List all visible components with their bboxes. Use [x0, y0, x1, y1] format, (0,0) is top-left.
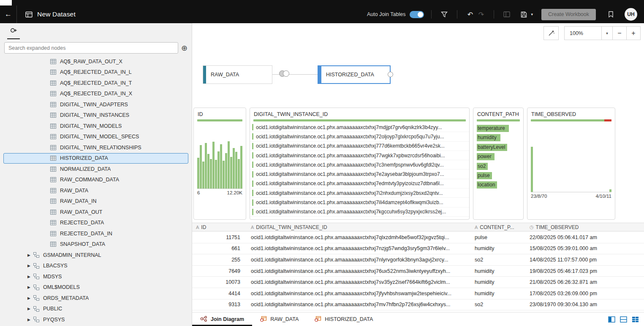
value-row[interactable]: temperature	[473, 124, 523, 133]
chevron-right-icon[interactable]: ▶	[27, 318, 33, 322]
value-row[interactable]: ocid1.iotdigitaltwininstance.oc1.phx.ama…	[250, 142, 469, 151]
value-row[interactable]: ocid1.iotdigitaltwininstance.oc1.phx.ama…	[250, 207, 469, 217]
sidebar-item-table[interactable]: REJECTED_DATA_IN	[3, 228, 188, 239]
auto-layout-button[interactable]	[543, 26, 559, 40]
quality-card-id[interactable]: ID 6 12.20K	[193, 108, 246, 220]
sidebar-item-table[interactable]: AQ$_REJECTED_DATA_IN_X	[3, 89, 188, 100]
value-row[interactable]: humidity	[473, 133, 523, 142]
chevron-right-icon[interactable]: ▶	[27, 253, 33, 257]
column-header-id[interactable]: A ID	[192, 224, 247, 230]
bookmark-icon[interactable]	[605, 11, 616, 18]
column-header-time-observed[interactable]: ◷ TIME_OBSERVED	[526, 224, 644, 230]
tab-connections[interactable]	[7, 23, 20, 39]
diagram-node-raw-data[interactable]: RAW_DATA	[203, 65, 272, 84]
histogram-bar	[240, 146, 242, 189]
avatar[interactable]: UH	[625, 8, 637, 21]
value-row[interactable]: ocid1.iotdigitaltwininstance.oc1.phx.ama…	[250, 123, 469, 132]
value-row[interactable]: ocid1.iotdigitaltwininstance.oc1.phx.ama…	[250, 179, 469, 189]
back-button[interactable]: ←	[0, 5, 17, 23]
sidebar-item-schema[interactable]: ▶ PYQSYS	[3, 314, 188, 325]
redo-icon[interactable]: ↷	[476, 11, 486, 19]
value-row[interactable]: ocid1.iotdigitaltwininstance.oc1.phx.ama…	[250, 160, 469, 170]
value-row[interactable]: ocid1.iotdigitaltwininstance.oc1.phx.ama…	[250, 132, 469, 141]
sidebar-item-table[interactable]: RAW_COMMAND_DATA	[3, 175, 188, 186]
chevron-right-icon[interactable]: ▶	[27, 307, 33, 311]
table-name: DIGITAL_TWIN_ADAPTERS	[60, 102, 128, 108]
sidebar-item-schema[interactable]: ▶ OML$MODELS	[3, 282, 188, 293]
save-icon[interactable]	[518, 11, 529, 18]
search-input[interactable]	[4, 42, 178, 54]
cell-instance-id: ocid1.iotdigitaltwininstance.oc1.phx.ama…	[247, 234, 471, 240]
chevron-right-icon[interactable]: ▶	[27, 296, 33, 300]
sidebar-item-schema[interactable]: ▶ MDSYS	[3, 271, 188, 282]
value-row[interactable]: pulse	[473, 171, 523, 180]
quality-bar[interactable]	[477, 119, 520, 121]
sidebar-item-table[interactable]: RAW_DATA_OUT	[3, 207, 188, 218]
quality-card-content-path[interactable]: CONTENT_PATH temperature humidity	[473, 108, 524, 220]
filter-icon[interactable]	[439, 11, 450, 18]
value-row[interactable]: power	[473, 152, 523, 161]
column-header-content-path[interactable]: A CONTENT_P...	[471, 224, 526, 230]
value-row[interactable]: ocid1.iotdigitaltwininstance.oc1.phx.ama…	[250, 189, 469, 198]
table-row[interactable]: 9313 ocid1.iotdigitaltwininstance.oc1.ph…	[192, 299, 644, 311]
quality-bar[interactable]	[531, 119, 611, 121]
sidebar-item-schema[interactable]: ▶ ORDS_METADATA	[3, 293, 188, 304]
table-row[interactable]: 4414 ocid1.iotdigitaltwininstance.oc1.ph…	[192, 288, 644, 299]
sidebar-item-table[interactable]: DIGITAL_TWIN_INSTANCES	[3, 110, 188, 121]
sidebar-item-table[interactable]: DIGITAL_TWIN_ADAPTERS	[3, 99, 188, 110]
zoom-out-button[interactable]: −	[612, 26, 627, 40]
sidebar-item-table[interactable]: RAW_DATA_IN	[3, 196, 188, 207]
chevron-right-icon[interactable]: ▶	[27, 264, 33, 268]
auto-join-toggle[interactable]	[410, 11, 424, 18]
sidebar-item-table[interactable]: DIGITAL_TWIN_MODEL_SPECS	[3, 132, 188, 143]
grid-view-icon[interactable]	[632, 316, 639, 323]
table-row[interactable]: 7649 ocid1.iotdigitaltwininstance.oc1.ph…	[192, 266, 644, 277]
zoom-select[interactable]: 100% ▾	[564, 26, 613, 40]
diagram-node-historized-data[interactable]: HISTORIZED_DATA	[318, 65, 391, 84]
quality-bar[interactable]	[197, 119, 242, 121]
sidebar-item-table[interactable]: DIGITAL_TWIN_MODELS	[3, 121, 188, 132]
table-row[interactable]: 255 ocid1.iotdigitaltwininstance.oc1.phx…	[192, 254, 644, 266]
undo-icon[interactable]: ↶	[465, 11, 476, 19]
expand-all-button[interactable]: ⊕	[181, 44, 187, 52]
sidebar-item-schema[interactable]: ▶ PUBLIC	[3, 304, 188, 315]
sidebar-item-schema[interactable]: ▶ GSMADMIN_INTERNAL	[3, 250, 188, 261]
chevron-right-icon[interactable]: ▶	[27, 285, 33, 289]
join-type-icon[interactable]	[279, 70, 289, 77]
tab-raw-data[interactable]: RAW_DATA	[252, 313, 307, 326]
tab-join-diagram[interactable]: Join Diagram	[192, 313, 252, 326]
table-row[interactable]: 11751 ocid1.iotdigitaltwininstance.oc1.p…	[192, 232, 644, 243]
sidebar-item-table[interactable]: DIGITAL_TWIN_RELATIONSHIPS	[3, 142, 188, 153]
value-row[interactable]: location	[473, 180, 523, 189]
value-row[interactable]: ocid1.iotdigitaltwininstance.oc1.phx.ama…	[250, 151, 469, 160]
value-row[interactable]: batteryLevel	[473, 143, 523, 152]
split-horizontal-view-icon[interactable]	[620, 316, 627, 323]
split-vertical-view-icon[interactable]	[608, 316, 615, 323]
value-row[interactable]: so2	[473, 162, 523, 171]
chevron-right-icon[interactable]: ▶	[27, 275, 33, 279]
quality-card-instance-id[interactable]: DIGITAL_TWIN_INSTANCE_ID ocid1.iotdigita…	[250, 108, 470, 220]
sidebar-item-table[interactable]: AQ$_REJECTED_DATA_IN_T	[3, 78, 188, 89]
value-row[interactable]: ocid1.iotdigitaltwininstance.oc1.phx.ama…	[250, 198, 469, 207]
quality-bar[interactable]	[253, 119, 466, 121]
zoom-in-button[interactable]: +	[626, 26, 641, 40]
present-icon[interactable]	[501, 11, 512, 17]
create-workbook-button[interactable]: Create Workbook	[541, 9, 596, 20]
node-connection-handle[interactable]	[388, 72, 393, 77]
chevron-down-icon[interactable]: ▾	[601, 27, 612, 40]
sidebar-item-table[interactable]: REJECTED_DATA	[3, 218, 188, 229]
sidebar-item-table[interactable]: AQ$_RAW_DATA_OUT_X	[3, 56, 188, 67]
sidebar-item-schema[interactable]: ▶ LBACSYS	[3, 261, 188, 272]
table-row[interactable]: 661 ocid1.iotdigitaltwininstance.oc1.phx…	[192, 243, 644, 255]
sidebar-item-table[interactable]: HISTORIZED_DATA	[3, 153, 188, 164]
column-header-instance-id[interactable]: A DIGITAL_TWIN_INSTANCE_ID	[247, 224, 471, 230]
sidebar-item-table[interactable]: SNAPSHOT_DATA	[3, 239, 188, 250]
sidebar-item-table[interactable]: AQ$_REJECTED_DATA_IN_L	[3, 67, 188, 78]
value-row[interactable]: ocid1.iotdigitaltwininstance.oc1.phx.ama…	[250, 170, 469, 179]
save-menu-caret[interactable]: ▾	[531, 12, 533, 16]
tab-historized-data[interactable]: HISTORIZED_DATA	[307, 313, 381, 326]
quality-card-time-observed[interactable]: TIME_OBSERVED 23/8/70 4/10/11	[527, 108, 615, 220]
sidebar-item-table[interactable]: RAW_DATA	[3, 185, 188, 196]
sidebar-item-table[interactable]: NORMALIZED_DATA	[3, 164, 188, 175]
table-row[interactable]: 10073 ocid1.iotdigitaltwininstance.oc1.p…	[192, 277, 644, 288]
